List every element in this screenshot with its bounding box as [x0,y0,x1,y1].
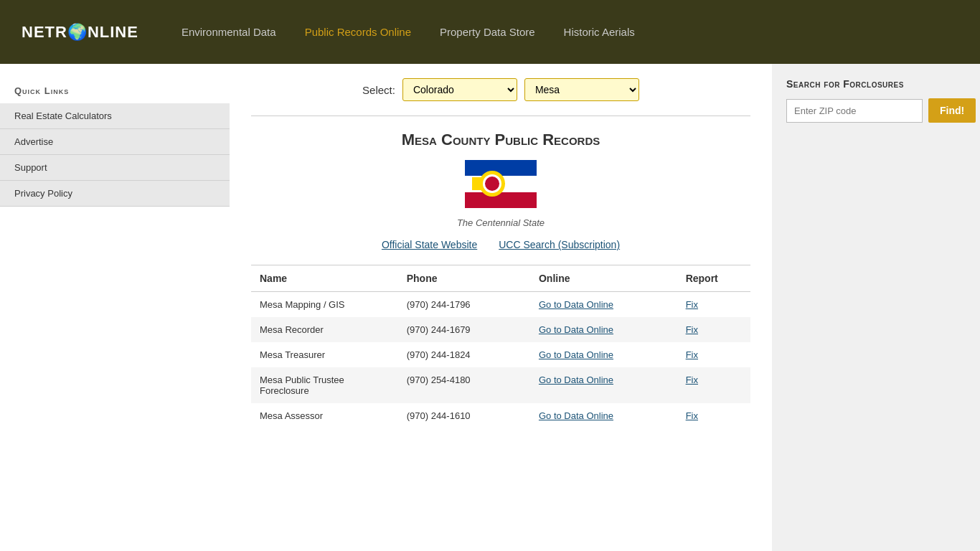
row-online[interactable]: Go to Data Online [530,342,677,367]
row-name: Mesa Mapping / GIS [251,292,398,318]
row-online[interactable]: Go to Data Online [530,317,677,342]
site-header: NETR🌍NLINE Environmental Data Public Rec… [0,0,980,64]
row-phone: (970) 254-4180 [398,367,530,403]
find-button[interactable]: Find! [928,98,976,123]
row-phone: (970) 244-1824 [398,342,530,367]
zip-row: Find! [786,98,966,123]
table-row: Mesa Assessor(970) 244-1610Go to Data On… [251,403,750,428]
fix-link[interactable]: Fix [686,299,698,310]
table-row: Mesa Recorder(970) 244-1679Go to Data On… [251,317,750,342]
row-name: Mesa Public Trustee Foreclosure [251,367,398,403]
col-report: Report [677,265,750,292]
ucc-search-link[interactable]: UCC Search (Subscription) [499,239,620,250]
col-phone: Phone [398,265,530,292]
county-select[interactable]: Mesa [524,78,639,101]
nav-property-data-store[interactable]: Property Data Store [440,26,535,38]
sidebar-item-support[interactable]: Support [0,155,230,181]
fix-link[interactable]: Fix [686,410,698,421]
row-report[interactable]: Fix [677,403,750,428]
row-name: Mesa Recorder [251,317,398,342]
main-content: Select: Colorado Mesa Mesa County Public… [230,64,772,551]
svg-rect-6 [472,177,482,190]
state-nickname: The Centennial State [251,217,750,228]
table-row: Mesa Public Trustee Foreclosure(970) 254… [251,367,750,403]
go-to-data-link[interactable]: Go to Data Online [539,299,613,310]
row-name: Mesa Treasurer [251,342,398,367]
sidebar: Quick Links Real Estate CalculatorsAdver… [0,64,230,551]
foreclosure-title: Search for Forclosures [786,78,966,90]
nav-historic-aerials[interactable]: Historic Aerials [564,26,635,38]
globe-icon: 🌍 [67,23,88,41]
right-sidebar: Search for Forclosures Find! [772,64,980,551]
nav-public-records-online[interactable]: Public Records Online [305,26,411,38]
row-phone: (970) 244-1796 [398,292,530,318]
county-title: Mesa County Public Records [251,131,750,149]
go-to-data-link[interactable]: Go to Data Online [539,324,613,335]
go-to-data-link[interactable]: Go to Data Online [539,349,613,360]
row-phone: (970) 244-1679 [398,317,530,342]
select-row: Select: Colorado Mesa [251,78,750,101]
svg-rect-0 [465,160,537,176]
row-online[interactable]: Go to Data Online [530,367,677,403]
official-state-website-link[interactable]: Official State Website [382,239,477,250]
state-select[interactable]: Colorado [402,78,517,101]
svg-rect-2 [465,192,537,208]
select-label: Select: [362,84,395,96]
col-online: Online [530,265,677,292]
colorado-flag [465,160,537,210]
col-name: Name [251,265,398,292]
row-report[interactable]: Fix [677,317,750,342]
fix-link[interactable]: Fix [686,375,698,385]
row-report[interactable]: Fix [677,367,750,403]
table-row: Mesa Mapping / GIS(970) 244-1796Go to Da… [251,292,750,318]
row-name: Mesa Assessor [251,403,398,428]
table-row: Mesa Treasurer(970) 244-1824Go to Data O… [251,342,750,367]
sidebar-title: Quick Links [0,78,230,103]
row-online[interactable]: Go to Data Online [530,403,677,428]
records-table: Name Phone Online Report Mesa Mapping / … [251,265,750,428]
nav-environmental-data[interactable]: Environmental Data [182,26,276,38]
fix-link[interactable]: Fix [686,324,698,335]
sidebar-items: Real Estate CalculatorsAdvertiseSupportP… [0,103,230,207]
row-phone: (970) 244-1610 [398,403,530,428]
zip-input[interactable] [786,99,923,123]
main-nav: Environmental Data Public Records Online… [182,26,635,38]
fix-link[interactable]: Fix [686,349,698,360]
svg-point-5 [485,176,499,191]
go-to-data-link[interactable]: Go to Data Online [539,410,613,421]
sidebar-item-advertise[interactable]: Advertise [0,129,230,155]
county-section: Mesa County Public Records The Ce [251,116,750,428]
sidebar-item-privacy-policy[interactable]: Privacy Policy [0,181,230,207]
main-layout: Quick Links Real Estate CalculatorsAdver… [0,64,980,551]
row-online[interactable]: Go to Data Online [530,292,677,318]
row-report[interactable]: Fix [677,292,750,318]
site-logo[interactable]: NETR🌍NLINE [22,23,138,42]
sidebar-item-real-estate-calc[interactable]: Real Estate Calculators [0,103,230,129]
state-links: Official State Website UCC Search (Subsc… [251,239,750,250]
table-body: Mesa Mapping / GIS(970) 244-1796Go to Da… [251,292,750,429]
go-to-data-link[interactable]: Go to Data Online [539,375,613,385]
row-report[interactable]: Fix [677,342,750,367]
